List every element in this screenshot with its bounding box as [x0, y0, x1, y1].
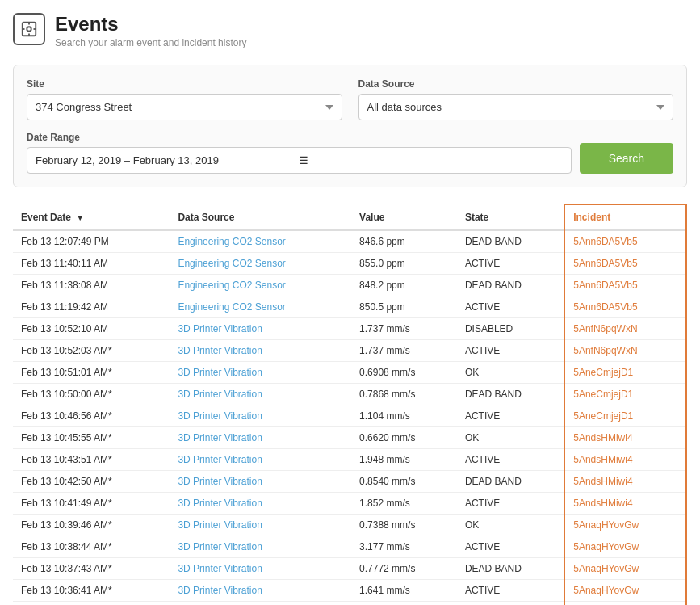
col-data-source: Data Source: [170, 204, 351, 230]
cell-incident[interactable]: 5AneCmjejD1: [564, 362, 686, 384]
cell-incident[interactable]: 5AndsHMiwi4: [564, 471, 686, 493]
table-header: Event Date ▼ Data Source Value State Inc…: [13, 204, 686, 230]
cell-data-source[interactable]: 3D Printer Vibration: [170, 362, 351, 384]
svg-point-1: [27, 27, 31, 32]
cell-value: 0.7772 mm/s: [351, 558, 457, 580]
cell-incident[interactable]: 5AndsHMiwi4: [564, 427, 686, 449]
cell-incident[interactable]: 5AnaqHYovGw: [564, 580, 686, 602]
cell-event-date: Feb 13 11:40:11 AM: [13, 253, 170, 275]
cell-data-source[interactable]: 3D Printer Vibration: [170, 536, 351, 558]
table-row: Feb 13 10:35:40 AM*3D Printer Vibration0…: [13, 602, 686, 606]
cell-value: 0.7964 mm/s: [351, 602, 457, 606]
cell-value: 848.2 ppm: [351, 275, 457, 296]
cell-value: 1.852 mm/s: [351, 493, 457, 515]
cell-value: 0.7868 mm/s: [351, 384, 457, 405]
col-state: State: [457, 204, 564, 230]
search-button[interactable]: Search: [580, 143, 673, 174]
table-row: Feb 13 10:51:01 AM*3D Printer Vibration0…: [13, 362, 686, 384]
cell-data-source[interactable]: Engineering CO2 Sensor: [170, 275, 351, 296]
table-row: Feb 13 11:19:42 AMEngineering CO2 Sensor…: [13, 296, 686, 318]
cell-data-source[interactable]: 3D Printer Vibration: [170, 340, 351, 362]
calendar-icon: ☰: [299, 154, 562, 166]
cell-state: DEAD BAND: [457, 602, 564, 606]
cell-incident[interactable]: 5AnaqHYovGw: [564, 515, 686, 536]
cell-data-source[interactable]: Engineering CO2 Sensor: [170, 296, 351, 318]
cell-data-source[interactable]: 3D Printer Vibration: [170, 515, 351, 536]
cell-state: ACTIVE: [457, 493, 564, 515]
datasource-select[interactable]: All data sources: [358, 94, 674, 120]
table-row: Feb 13 10:36:41 AM*3D Printer Vibration1…: [13, 580, 686, 602]
events-table: Event Date ▼ Data Source Value State Inc…: [13, 204, 687, 605]
col-value: Value: [351, 204, 457, 230]
table-row: Feb 13 10:46:56 AM*3D Printer Vibration1…: [13, 405, 686, 427]
table-row: Feb 13 10:43:51 AM*3D Printer Vibration1…: [13, 449, 686, 471]
cell-incident[interactable]: 5AneCmjejD1: [564, 384, 686, 405]
table-row: Feb 13 10:41:49 AM*3D Printer Vibration1…: [13, 493, 686, 515]
cell-value: 1.948 mm/s: [351, 449, 457, 471]
cell-event-date: Feb 13 10:35:40 AM*: [13, 602, 170, 606]
cell-value: 846.6 ppm: [351, 230, 457, 253]
cell-state: DISABLED: [457, 318, 564, 340]
cell-state: OK: [457, 427, 564, 449]
page-title: Events: [55, 13, 246, 36]
site-select[interactable]: 374 Congress Street: [27, 94, 342, 120]
table-row: Feb 13 10:38:44 AM*3D Printer Vibration3…: [13, 536, 686, 558]
cell-event-date: Feb 13 10:52:10 AM: [13, 318, 170, 340]
table-row: Feb 13 11:40:11 AMEngineering CO2 Sensor…: [13, 253, 686, 275]
cell-value: 0.7388 mm/s: [351, 515, 457, 536]
cell-incident[interactable]: 5AnfN6pqWxN: [564, 318, 686, 340]
cell-state: ACTIVE: [457, 296, 564, 318]
cell-value: 3.177 mm/s: [351, 536, 457, 558]
cell-data-source[interactable]: 3D Printer Vibration: [170, 318, 351, 340]
table-row: Feb 13 10:50:00 AM*3D Printer Vibration0…: [13, 384, 686, 405]
cell-incident[interactable]: 5Ann6DA5Vb5: [564, 230, 686, 253]
events-table-wrapper: Event Date ▼ Data Source Value State Inc…: [13, 204, 687, 605]
cell-data-source[interactable]: Engineering CO2 Sensor: [170, 253, 351, 275]
datasource-chevron-icon: [656, 105, 664, 110]
cell-incident[interactable]: 5AnaqHYovGw: [564, 536, 686, 558]
cell-incident[interactable]: 5AneCmjejD1: [564, 405, 686, 427]
table-body: Feb 13 12:07:49 PMEngineering CO2 Sensor…: [13, 230, 686, 605]
cell-value: 855.0 ppm: [351, 253, 457, 275]
page-subtitle: Search your alarm event and incident his…: [55, 37, 246, 48]
cell-data-source[interactable]: 3D Printer Vibration: [170, 449, 351, 471]
cell-event-date: Feb 13 10:52:03 AM*: [13, 340, 170, 362]
cell-data-source[interactable]: 3D Printer Vibration: [170, 493, 351, 515]
table-row: Feb 13 10:37:43 AM*3D Printer Vibration0…: [13, 558, 686, 580]
cell-data-source[interactable]: 3D Printer Vibration: [170, 405, 351, 427]
cell-value: 1.737 mm/s: [351, 318, 457, 340]
cell-incident[interactable]: 5AnaqHYovGw: [564, 602, 686, 606]
datasource-value: All data sources: [367, 101, 442, 113]
cell-data-source[interactable]: 3D Printer Vibration: [170, 384, 351, 405]
cell-value: 850.5 ppm: [351, 296, 457, 318]
cell-data-source[interactable]: 3D Printer Vibration: [170, 580, 351, 602]
cell-event-date: Feb 13 11:19:42 AM: [13, 296, 170, 318]
table-row: Feb 13 10:45:55 AM*3D Printer Vibration0…: [13, 427, 686, 449]
cell-incident[interactable]: 5AndsHMiwi4: [564, 449, 686, 471]
table-row: Feb 13 11:38:08 AMEngineering CO2 Sensor…: [13, 275, 686, 296]
daterange-input[interactable]: February 12, 2019 – February 13, 2019 ☰: [27, 147, 572, 174]
site-filter-group: Site 374 Congress Street: [27, 78, 342, 120]
events-icon: [13, 13, 45, 45]
daterange-label: Date Range: [27, 132, 572, 143]
cell-data-source[interactable]: 3D Printer Vibration: [170, 427, 351, 449]
cell-incident[interactable]: 5AndsHMiwi4: [564, 493, 686, 515]
sort-arrow-icon: ▼: [76, 213, 84, 222]
table-row: Feb 13 10:42:50 AM*3D Printer Vibration0…: [13, 471, 686, 493]
cell-data-source[interactable]: Engineering CO2 Sensor: [170, 230, 351, 253]
cell-state: OK: [457, 362, 564, 384]
cell-incident[interactable]: 5Ann6DA5Vb5: [564, 296, 686, 318]
cell-data-source[interactable]: 3D Printer Vibration: [170, 602, 351, 606]
cell-value: 1.641 mm/s: [351, 580, 457, 602]
cell-incident[interactable]: 5Ann6DA5Vb5: [564, 253, 686, 275]
cell-incident[interactable]: 5Ann6DA5Vb5: [564, 275, 686, 296]
cell-data-source[interactable]: 3D Printer Vibration: [170, 558, 351, 580]
cell-incident[interactable]: 5AnaqHYovGw: [564, 558, 686, 580]
cell-data-source[interactable]: 3D Printer Vibration: [170, 471, 351, 493]
cell-event-date: Feb 13 10:43:51 AM*: [13, 449, 170, 471]
cell-incident[interactable]: 5AnfN6pqWxN: [564, 340, 686, 362]
cell-state: ACTIVE: [457, 580, 564, 602]
cell-event-date: Feb 13 10:38:44 AM*: [13, 536, 170, 558]
col-event-date[interactable]: Event Date ▼: [13, 204, 170, 230]
table-row: Feb 13 10:52:03 AM*3D Printer Vibration1…: [13, 340, 686, 362]
